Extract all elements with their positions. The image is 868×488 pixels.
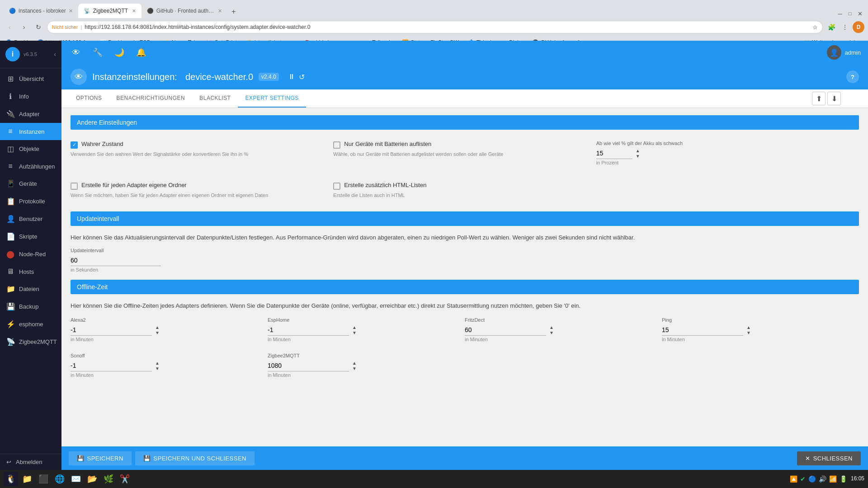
nur-gerate-checkbox[interactable] xyxy=(333,141,340,149)
wahrer-zustand-checkbox[interactable]: ✓ xyxy=(71,141,78,149)
offline-sonoff-down[interactable]: ▼ xyxy=(154,366,161,371)
sidebar-item-dateien[interactable]: 📁 Dateien xyxy=(0,280,61,298)
akku-input[interactable] xyxy=(596,148,632,159)
akku-spin-down[interactable]: ▼ xyxy=(634,154,642,159)
tab-expert-settings[interactable]: EXPERT SETTINGS xyxy=(238,89,306,108)
offline-zigbee2mqtt-down[interactable]: ▼ xyxy=(351,366,358,371)
new-tab-button[interactable]: + xyxy=(227,5,240,18)
offline-alexa2-input[interactable] xyxy=(71,324,152,336)
sidebar-item-info[interactable]: ℹ Info xyxy=(0,88,61,105)
forward-button[interactable]: › xyxy=(18,21,30,33)
sidebar-item-aufzahlungen[interactable]: ≡ Aufzählungen xyxy=(0,158,61,175)
restart-icon[interactable]: ↺ xyxy=(299,73,305,81)
sidebar-item-zigbee2mqtt[interactable]: 📡 Zigbee2MQTT xyxy=(0,333,61,351)
close-tab-2-icon[interactable]: ✕ xyxy=(132,8,136,14)
offline-alexa2-down[interactable]: ▼ xyxy=(154,330,161,336)
settings-icon[interactable]: 🔧 xyxy=(90,45,105,60)
tab-blacklist[interactable]: BLACKLIST xyxy=(192,89,238,108)
sidebar-item-benutzer[interactable]: 👤 Benutzer xyxy=(0,210,61,228)
tray-icon-3[interactable]: 🔵 xyxy=(808,475,816,483)
akku-spin-up[interactable]: ▲ xyxy=(634,148,642,154)
tray-icon-5[interactable]: 📶 xyxy=(829,475,837,483)
app-layout: i v6.3.5 ‹ ⊞ Übersicht ℹ Info 🔌 Adapter … xyxy=(0,41,868,470)
offline-fritzdect-up[interactable]: ▲ xyxy=(548,325,555,330)
sidebar-item-objekte[interactable]: ◫ Objekte xyxy=(0,140,61,158)
address-bar[interactable]: Nicht sicher | https://192.168.178.64:80… xyxy=(47,21,823,33)
upload-icon[interactable]: ⬆ xyxy=(812,92,826,105)
erstelle-html-wrapper[interactable]: Erstelle zusätzlich HTML-Listen xyxy=(333,182,589,190)
user-avatar: 👤 xyxy=(827,45,841,60)
sidebar-item-ubersicht[interactable]: ⊞ Übersicht xyxy=(0,70,61,88)
sidebar-item-hosts[interactable]: 🖥 Hosts xyxy=(0,263,61,280)
taskbar-app-unknown1[interactable]: 🌿 xyxy=(101,472,116,486)
offline-fritzdect-input[interactable] xyxy=(465,324,546,336)
save-close-button[interactable]: 💾 SPEICHERN UND SCHLIESSEN xyxy=(135,451,255,465)
sidebar-item-gerate[interactable]: 📱 Geräte xyxy=(0,175,61,192)
taskbar-app-unknown2[interactable]: ✂️ xyxy=(118,472,132,486)
tab-options[interactable]: OPTIONS xyxy=(69,89,109,108)
tray-icon-6[interactable]: 🔋 xyxy=(840,475,847,483)
maximize-button[interactable]: □ xyxy=(845,9,854,18)
offline-zigbee2mqtt-input[interactable] xyxy=(268,360,349,371)
close-tab-3-icon[interactable]: ✕ xyxy=(218,8,222,14)
tab-benachrichtigungen[interactable]: BENACHRICHTIGUNGEN xyxy=(109,89,193,108)
wahrer-zustand-checkbox-wrapper[interactable]: ✓ Wahrer Zustand xyxy=(71,141,326,149)
offline-ping-input[interactable] xyxy=(662,324,743,336)
offline-esphome-up[interactable]: ▲ xyxy=(351,325,358,330)
offline-esphome-down[interactable]: ▼ xyxy=(351,330,358,336)
updateintervall-input[interactable] xyxy=(71,255,161,266)
browser-tab-1[interactable]: 🔵 instances - iobroker ✕ xyxy=(4,4,78,18)
offline-ping-up[interactable]: ▲ xyxy=(745,325,752,330)
save-button[interactable]: 💾 SPEICHERN xyxy=(69,451,132,465)
tray-icon-4[interactable]: 🔊 xyxy=(819,475,826,483)
offline-zigbee2mqtt-up[interactable]: ▲ xyxy=(351,361,358,366)
taskbar-app-terminal[interactable]: ⬛ xyxy=(36,472,51,486)
sidebar-item-node-red[interactable]: ⬤ Node-Red xyxy=(0,245,61,263)
browser-tab-2[interactable]: 📡 Zigbee2MQTT ✕ xyxy=(78,4,142,18)
sidebar-collapse-button[interactable]: ‹ xyxy=(54,51,56,58)
profile-button[interactable]: D xyxy=(853,21,864,33)
taskbar-app-browser[interactable]: 🌐 xyxy=(52,472,67,486)
close-window-button[interactable]: ✕ xyxy=(855,9,864,18)
browser-actions: 🧩 ⋮ D xyxy=(826,21,864,33)
back-button[interactable]: ‹ xyxy=(4,21,15,33)
taskbar-app-menu[interactable]: 🐧 xyxy=(4,472,18,486)
notifications-icon[interactable]: 🔔 xyxy=(134,45,148,60)
close-tab-1-icon[interactable]: ✕ xyxy=(69,8,73,14)
sidebar-item-protokolle[interactable]: 📋 Protokolle xyxy=(0,192,61,210)
tray-icon-2[interactable]: ✔ xyxy=(800,475,806,483)
browser-tab-3[interactable]: ⚫ GitHub · Fronted auth_token - Issue #.… xyxy=(142,4,227,18)
download-icon[interactable]: ⬇ xyxy=(827,92,841,105)
sidebar-item-adapter[interactable]: 🔌 Adapter xyxy=(0,105,61,123)
taskbar-app-filezilla[interactable]: 📂 xyxy=(85,472,99,486)
pause-icon[interactable]: ⏸ xyxy=(288,73,295,81)
user-menu[interactable]: 👤 admin xyxy=(827,45,861,60)
extensions-icon[interactable]: 🧩 xyxy=(826,21,837,33)
offline-alexa2-up[interactable]: ▲ xyxy=(154,325,161,330)
visibility-icon[interactable]: 👁 xyxy=(69,45,83,60)
taskbar-app-email[interactable]: ✉️ xyxy=(69,472,83,486)
help-button[interactable]: ? xyxy=(846,70,859,83)
offline-esphome-input[interactable] xyxy=(268,324,349,336)
star-icon[interactable]: ☆ xyxy=(812,24,818,31)
reload-button[interactable]: ↻ xyxy=(33,21,44,33)
offline-fritzdect-down[interactable]: ▼ xyxy=(548,330,555,336)
offline-ping-down[interactable]: ▼ xyxy=(745,330,752,336)
sidebar-item-backup[interactable]: 💾 Backup xyxy=(0,298,61,315)
erstelle-html-checkbox[interactable] xyxy=(333,183,340,190)
tray-icon-1[interactable]: 🔼 xyxy=(790,475,797,483)
nur-gerate-checkbox-wrapper[interactable]: Nur Geräte mit Batterien auflisten xyxy=(333,141,589,149)
taskbar-app-files[interactable]: 📁 xyxy=(20,472,34,486)
sidebar-item-skripte[interactable]: 📄 Skripte xyxy=(0,228,61,245)
offline-sonoff-input[interactable] xyxy=(71,360,152,371)
browser-menu-icon[interactable]: ⋮ xyxy=(839,21,851,33)
logout-button[interactable]: ↩ Abmelden xyxy=(0,454,61,470)
erstelle-ordner-wrapper[interactable]: Erstelle für jeden Adapter eigene Ordner xyxy=(71,182,326,190)
erstelle-ordner-checkbox[interactable] xyxy=(71,183,78,190)
minimize-button[interactable]: ─ xyxy=(835,9,844,18)
sidebar-item-esphome[interactable]: ⚡ esphome xyxy=(0,315,61,333)
offline-sonoff-up[interactable]: ▲ xyxy=(154,361,161,366)
close-button[interactable]: ✕ SCHLIESSEN xyxy=(797,451,861,465)
sidebar-item-instanzen[interactable]: ≡ Instanzen xyxy=(0,123,61,140)
theme-icon[interactable]: 🌙 xyxy=(112,45,127,60)
